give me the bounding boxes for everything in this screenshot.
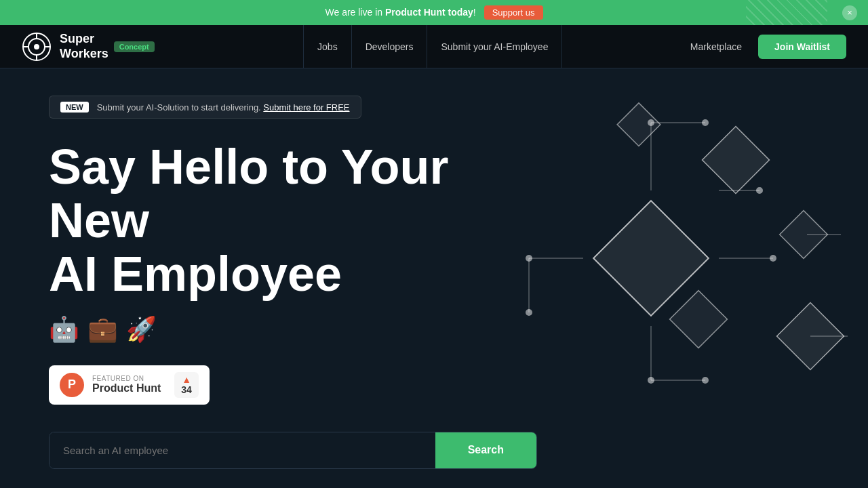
logo-link[interactable]: Super Workers Concept [22,32,155,62]
svg-point-23 [648,119,654,126]
announcement-banner: We are live in Product Hunt today! Suppo… [0,0,868,25]
emoji-rocket: 🚀 [126,315,157,344]
submit-free-link[interactable]: Submit here for FREE [263,102,349,113]
ph-vote-count: 34 [181,384,192,395]
navbar: Super Workers Concept Jobs Developers Su… [0,25,868,68]
close-banner-button[interactable]: × [842,5,857,20]
concept-badge: Concept [114,41,155,52]
marketplace-link[interactable]: Marketplace [690,41,742,52]
new-notice: NEW Submit your AI-Solution to start del… [49,96,361,119]
svg-point-28 [702,377,709,384]
search-button[interactable]: Search [435,432,536,468]
ph-featured-label: FEATURED ON [92,375,161,382]
nav-submit[interactable]: Submit your AI-Employee [427,25,562,68]
nav-links: Jobs Developers Submit your AI-Employee [176,25,690,68]
ph-name: Product Hunt [92,382,161,394]
emoji-row: 🤖 💼 🚀 [49,315,819,344]
product-hunt-logo: P [60,373,84,397]
banner-text: We are live in Product Hunt today! [326,7,479,18]
nav-right: Marketplace Join Waitlist [690,35,846,59]
hero-heading: Say Hello to Your New AI Employee [49,140,819,302]
product-hunt-badge[interactable]: P FEATURED ON Product Hunt ▲ 34 [49,365,210,405]
ph-arrow-icon: ▲ [182,375,191,384]
support-button[interactable]: Support us [484,5,543,20]
svg-rect-12 [617,103,660,146]
join-waitlist-button[interactable]: Join Waitlist [758,35,846,59]
logo-text: Super Workers [60,32,108,61]
main-content: NEW Submit your AI-Solution to start del… [0,68,868,488]
search-input[interactable] [50,432,435,468]
svg-point-30 [702,119,709,126]
ph-votes: ▲ 34 [174,372,199,398]
emoji-robot: 🤖 [49,315,79,344]
nav-jobs[interactable]: Jobs [303,25,352,68]
nav-developers[interactable]: Developers [351,25,428,68]
logo-icon [22,32,52,62]
new-badge: NEW [60,102,89,113]
svg-point-2 [34,44,39,49]
emoji-briefcase: 💼 [87,315,118,344]
new-notice-text: Submit your AI-Solution to start deliver… [97,102,350,113]
search-bar: Search [49,432,537,469]
svg-point-25 [648,377,654,384]
product-hunt-text: FEATURED ON Product Hunt [92,375,161,394]
